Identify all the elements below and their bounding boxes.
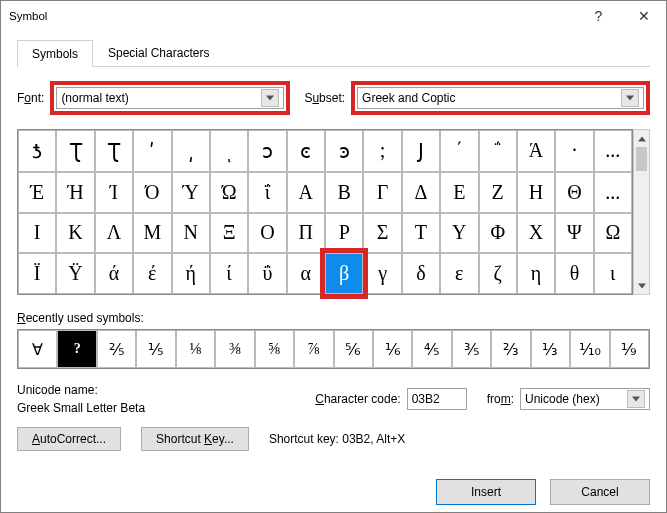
symbol-cell[interactable]: Λ: [95, 213, 133, 254]
symbol-cell[interactable]: Ϳ: [402, 130, 440, 172]
shortcut-key-button[interactable]: Shortcut Key...: [141, 427, 249, 451]
symbol-cell[interactable]: Ψ: [555, 213, 593, 254]
symbol-cell[interactable]: α: [287, 253, 325, 294]
scroll-down-icon[interactable]: [634, 277, 649, 294]
symbol-cell[interactable]: Κ: [56, 213, 94, 254]
character-code-input[interactable]: [407, 388, 467, 410]
symbol-cell[interactable]: Ω: [594, 213, 632, 254]
recent-symbol-cell[interactable]: ⅚: [334, 330, 373, 368]
symbol-cell[interactable]: ͺ: [210, 130, 248, 172]
grid-scrollbar[interactable]: [633, 129, 650, 295]
symbol-cell[interactable]: Χ: [517, 213, 555, 254]
symbol-cell[interactable]: Ϋ: [56, 253, 94, 294]
recent-symbol-cell[interactable]: ⅝: [255, 330, 294, 368]
insert-button[interactable]: Insert: [436, 479, 536, 505]
symbol-cell[interactable]: Ζ: [479, 172, 517, 213]
symbol-cell[interactable]: Ά: [517, 130, 555, 172]
symbol-cell[interactable]: Ί: [95, 172, 133, 213]
symbol-cell[interactable]: Ο: [248, 213, 286, 254]
symbol-cell[interactable]: δ: [402, 253, 440, 294]
symbol-cell[interactable]: Υ: [440, 213, 478, 254]
symbol-dialog: Symbol ? ✕ Symbols Special Characters Fo…: [0, 0, 667, 513]
scroll-up-icon[interactable]: [634, 130, 649, 147]
symbol-cell[interactable]: Ι: [18, 213, 56, 254]
symbol-cell[interactable]: έ: [133, 253, 171, 294]
symbol-cell[interactable]: Θ: [555, 172, 593, 213]
symbol-cell[interactable]: ʹ: [133, 130, 171, 172]
recent-symbol-cell[interactable]: ∀: [18, 330, 57, 368]
symbol-cell[interactable]: ...: [594, 130, 632, 172]
symbol-cell[interactable]: ΐ: [248, 172, 286, 213]
recent-symbols-grid[interactable]: ∀?⅖⅕⅛⅜⅝⅞⅚⅙⅘⅗⅔⅓⅒⅑: [17, 329, 650, 369]
recent-symbol-cell[interactable]: ⅕: [136, 330, 175, 368]
recent-symbol-cell[interactable]: ⅓: [531, 330, 570, 368]
recent-symbol-cell[interactable]: ⅖: [97, 330, 136, 368]
symbol-cell[interactable]: Μ: [133, 213, 171, 254]
symbol-cell[interactable]: ͽ: [325, 130, 363, 172]
autocorrect-button[interactable]: AutoCorrect...: [17, 427, 121, 451]
symbol-cell[interactable]: ι: [594, 253, 632, 294]
symbol-cell[interactable]: Φ: [479, 213, 517, 254]
recent-symbol-cell[interactable]: ⅜: [215, 330, 254, 368]
help-button[interactable]: ?: [576, 1, 621, 31]
symbol-cell-selected[interactable]: β: [325, 253, 363, 294]
close-button[interactable]: ✕: [621, 1, 666, 31]
symbol-cell[interactable]: η: [517, 253, 555, 294]
symbol-cell[interactable]: θ: [555, 253, 593, 294]
recent-symbol-cell[interactable]: ?: [57, 330, 96, 368]
symbol-cell[interactable]: Η: [517, 172, 555, 213]
cancel-button[interactable]: Cancel: [550, 479, 650, 505]
symbol-cell[interactable]: Ν: [172, 213, 210, 254]
font-dropdown[interactable]: (normal text): [56, 87, 284, 109]
symbol-cell[interactable]: Ʈ: [56, 130, 94, 172]
symbol-cell[interactable]: ͻ: [248, 130, 286, 172]
symbol-cell[interactable]: Ή: [56, 172, 94, 213]
symbol-cell[interactable]: Ε: [440, 172, 478, 213]
symbol-cell[interactable]: Τ: [402, 213, 440, 254]
symbol-cell[interactable]: Ύ: [172, 172, 210, 213]
symbol-cell[interactable]: Β: [325, 172, 363, 213]
recent-symbol-cell[interactable]: ⅞: [294, 330, 333, 368]
symbol-cell[interactable]: γ: [363, 253, 401, 294]
symbol-cell[interactable]: ί: [210, 253, 248, 294]
symbol-cell[interactable]: ͼ: [287, 130, 325, 172]
tab-special-characters[interactable]: Special Characters: [93, 39, 224, 66]
symbol-cell[interactable]: Ρ: [325, 213, 363, 254]
symbol-cell[interactable]: ΰ: [248, 253, 286, 294]
scroll-thumb[interactable]: [636, 147, 647, 171]
symbol-cell[interactable]: ΄: [440, 130, 478, 172]
recent-symbol-cell[interactable]: ⅗: [452, 330, 491, 368]
recent-symbol-cell[interactable]: ⅛: [176, 330, 215, 368]
symbol-cell[interactable]: Α: [287, 172, 325, 213]
symbol-cell[interactable]: ΅: [479, 130, 517, 172]
recent-symbol-cell[interactable]: ⅔: [491, 330, 530, 368]
chevron-down-icon: [261, 89, 279, 107]
symbol-cell[interactable]: ;: [363, 130, 401, 172]
recent-symbol-cell[interactable]: ⅘: [412, 330, 451, 368]
symbol-cell[interactable]: Γ: [363, 172, 401, 213]
symbol-cell[interactable]: ƾ: [18, 130, 56, 172]
subset-dropdown[interactable]: Greek and Coptic: [357, 87, 644, 109]
symbol-cell[interactable]: ζ: [479, 253, 517, 294]
symbol-cell[interactable]: Δ: [402, 172, 440, 213]
recent-symbol-cell[interactable]: ⅒: [570, 330, 609, 368]
symbol-cell[interactable]: ·: [555, 130, 593, 172]
symbol-cell[interactable]: ή: [172, 253, 210, 294]
symbol-cell[interactable]: Ʈ: [95, 130, 133, 172]
from-dropdown[interactable]: Unicode (hex): [520, 388, 650, 410]
symbol-cell[interactable]: Έ: [18, 172, 56, 213]
symbol-cell[interactable]: Ϊ: [18, 253, 56, 294]
tab-symbols[interactable]: Symbols: [17, 40, 93, 67]
symbol-cell[interactable]: Σ: [363, 213, 401, 254]
symbol-cell[interactable]: ά: [95, 253, 133, 294]
symbol-cell[interactable]: ͵: [172, 130, 210, 172]
symbol-cell[interactable]: ...: [594, 172, 632, 213]
symbol-cell[interactable]: ε: [440, 253, 478, 294]
recent-symbol-cell[interactable]: ⅙: [373, 330, 412, 368]
symbol-cell[interactable]: Ώ: [210, 172, 248, 213]
symbol-cell[interactable]: Ό: [133, 172, 171, 213]
symbol-cell[interactable]: Π: [287, 213, 325, 254]
symbol-grid[interactable]: ƾƮƮʹ͵ͺͻͼͽ;Ϳ΄΅Ά·...ΈΉΊΌΎΏΐΑΒΓΔΕΖΗΘ...ΙΚΛΜ…: [17, 129, 633, 295]
recent-symbol-cell[interactable]: ⅑: [610, 330, 649, 368]
symbol-cell[interactable]: Ξ: [210, 213, 248, 254]
